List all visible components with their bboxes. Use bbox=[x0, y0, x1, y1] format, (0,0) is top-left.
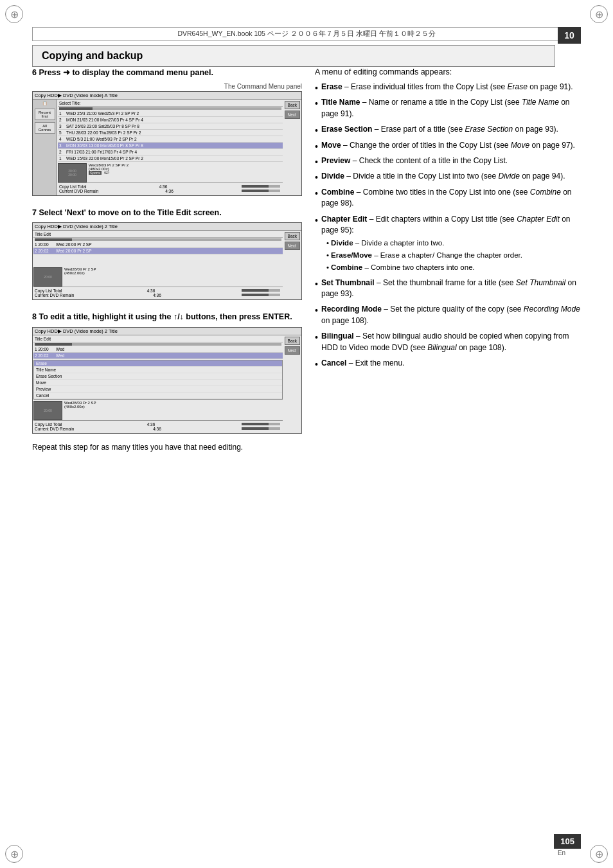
screen2-topbar: Copy HDD▶ DVD (Video mode) 2 Title bbox=[33, 223, 301, 231]
table-row: 2 20:02Wed 20:00 Pr 2 SP bbox=[33, 248, 283, 254]
sidebar-genres: All Genres bbox=[35, 122, 55, 134]
screen3-table: Title Edit 1 20:00Wed 2 20:02Wed Erase T… bbox=[33, 335, 283, 433]
table-row: 1 20:00Wed 20:00 Pr 2 SP bbox=[33, 242, 283, 248]
menu-item-erase[interactable]: Erase bbox=[34, 360, 282, 367]
preview-thumb-s3: 20:00 bbox=[33, 401, 62, 420]
page-lang: En bbox=[542, 849, 581, 856]
bullet-erase: Erase – Erase individual titles from the… bbox=[315, 82, 581, 93]
back-button-s1[interactable]: Back bbox=[285, 101, 300, 109]
back-button-s2[interactable]: Back bbox=[285, 232, 300, 240]
screen3-preview: 20:00 Wed28/03 Pr 2 SP (480x2.00z) bbox=[33, 401, 283, 420]
screen1-topbar: Copy HDD▶ DVD (Video mode) A Title bbox=[33, 92, 301, 100]
page-number: 105 bbox=[554, 834, 581, 849]
bullet-bilingual: Bilingual – Set how bilingual audio shou… bbox=[315, 331, 581, 353]
bullet-cancel: Cancel – Exit the menu. bbox=[315, 358, 581, 369]
next-button-s1[interactable]: Next bbox=[285, 111, 300, 119]
screen3-topbar: Copy HDD▶ DVD (Video mode) 2 Title bbox=[33, 328, 301, 335]
screen2-totals: Copy List Total 4:36 Current DVD Remain … bbox=[33, 287, 283, 299]
intro-text: A menu of editing commands appears: bbox=[315, 67, 581, 76]
right-column: A menu of editing commands appears: Eras… bbox=[315, 67, 581, 373]
menu-item-cancel[interactable]: Cancel bbox=[34, 393, 282, 399]
table-row: 4WED 5/3 21:00 Wed5/03 Pr 2 SP Pr 2 bbox=[58, 136, 283, 143]
bullet-preview: Preview – Check the content of a title i… bbox=[315, 155, 581, 166]
table-row: 3SAT 26/03 23:00 Sat26/03 Pr 8 SP Pr 8 bbox=[58, 123, 283, 130]
table-row: 1WED 15/03 22:00 Mon15/03 Pr 2 SP Pr 2 bbox=[58, 155, 283, 162]
screen1-preview: 20:0020:00 Wed28/03 Pr 2 SP Pr 2 (480x2.… bbox=[58, 163, 283, 182]
repeat-text: Repeat this step for as many titles you … bbox=[32, 443, 302, 452]
chapter-badge: 10 bbox=[558, 27, 581, 44]
table-row: 5THU 28/03 22:00 Thu28/03 Pr 2 SP Pr 2 bbox=[58, 130, 283, 136]
corner-mark-tr bbox=[590, 5, 608, 23]
chapter-edit-subbullets: Divide – Divide a chapter into two. Eras… bbox=[321, 238, 581, 272]
main-content: 6 Press ➜ to display the command menu pa… bbox=[32, 67, 581, 829]
table-row: 2 20:02Wed bbox=[33, 353, 283, 359]
table-row: 1WED 25/3 21:00 Wed25/3 Pr 2 SP Pr 2 bbox=[58, 111, 283, 117]
bullet-combine: Combine – Combine two titles in the Copy… bbox=[315, 187, 581, 209]
panel-label: The Command Menu panel bbox=[32, 83, 302, 90]
screen3-totals: Copy List Total 4:36 Current DVD Remain … bbox=[33, 420, 283, 432]
progress-bar1 bbox=[59, 107, 281, 110]
step6-header: 6 Press ➜ to display the command menu pa… bbox=[32, 67, 302, 79]
table-row: 2MON 21/03 21:00 Mon27/03 Pr 4 SP Pr 4 bbox=[58, 117, 283, 123]
screen1-totals: Copy List Total 4:36 Current DVD Remain … bbox=[58, 182, 283, 195]
screen1-buttons: Back Next bbox=[283, 100, 301, 195]
preview-thumb-s2: 20:00 bbox=[33, 267, 62, 287]
bullet-move: Move – Change the order of titles in the… bbox=[315, 140, 581, 151]
context-menu: Erase Title Name Erase Section Move Prev… bbox=[33, 360, 283, 400]
bullet-titlename: Title Name – Name or rename a title in t… bbox=[315, 97, 581, 120]
screen2-buttons: Back Next bbox=[283, 231, 301, 299]
sub-erasemove: Erase/Move – Erase a chapter/ Change the… bbox=[326, 250, 581, 260]
bullet-recordingmode: Recording Mode – Set the picture quality… bbox=[315, 304, 581, 326]
menu-item-erasesection[interactable]: Erase Section bbox=[34, 373, 282, 380]
left-column: 6 Press ➜ to display the command menu pa… bbox=[32, 67, 302, 463]
step7-header: 7 Select 'Next' to move on to the Title … bbox=[32, 208, 302, 219]
step6-section: 6 Press ➜ to display the command menu pa… bbox=[32, 67, 302, 196]
bullet-chapteredit: Chapter Edit – Edit chapters within a Co… bbox=[315, 214, 581, 273]
preview-thumb: 20:0020:00 bbox=[58, 163, 87, 182]
section-title: Copying and backup bbox=[42, 50, 143, 61]
screen1-panel: Copy HDD▶ DVD (Video mode) A Title 📋 Rec… bbox=[32, 91, 302, 196]
sidebar-recent: Recent first bbox=[35, 109, 55, 120]
screen1-table: Select Title: 1WED 25/3 21:00 Wed25/3 Pr… bbox=[57, 100, 283, 195]
screen3-panel: Copy HDD▶ DVD (Video mode) 2 Title Title… bbox=[32, 327, 302, 434]
bullet-erasesection: Erase Section – Erase part of a title (s… bbox=[315, 124, 581, 135]
table-row: 1 20:00Wed bbox=[33, 346, 283, 353]
table-row: 2FRI 17/03 21:00 Fri17/03 Pr 4 SP Pr 4 bbox=[58, 149, 283, 155]
screen2-preview: 20:00 Wed28/03 Pr 2 SP (480x2.00z) bbox=[33, 267, 283, 287]
step8-header: 8 To edit a title, highlight it using th… bbox=[32, 312, 302, 323]
sub-divide: Divide – Divide a chapter into two. bbox=[326, 238, 581, 248]
step8-section: 8 To edit a title, highlight it using th… bbox=[32, 312, 302, 452]
menu-item-titlename[interactable]: Title Name bbox=[34, 367, 282, 373]
menu-item-preview[interactable]: Preview bbox=[34, 386, 282, 393]
progress-bar3 bbox=[35, 343, 281, 346]
corner-mark-tl bbox=[5, 5, 23, 23]
back-button-s3[interactable]: Back bbox=[285, 337, 300, 345]
screen1-sidebar: 📋 Recent first All Genres bbox=[33, 100, 57, 195]
screen2-panel: Copy HDD▶ DVD (Video mode) 2 Title Title… bbox=[32, 222, 302, 300]
screen2-table: Title Edit 1 20:00Wed 20:00 Pr 2 SP 2 20… bbox=[33, 231, 283, 299]
corner-mark-bl bbox=[5, 845, 23, 863]
bullet-setthumbnail: Set Thumbnail – Set the thumbnail frame … bbox=[315, 278, 581, 300]
file-info-bar: DVR645H_WY_EN.book 105 ページ ２００６年７月５日 水曜日… bbox=[32, 27, 581, 41]
screen3-buttons: Back Next bbox=[283, 335, 301, 433]
next-button-s3[interactable]: Next bbox=[285, 346, 300, 355]
sub-combine: Combine – Combine two chapters into one. bbox=[326, 262, 581, 272]
bullet-divide: Divide – Divide a title in the Copy List… bbox=[315, 171, 581, 182]
progress-bar2 bbox=[35, 238, 281, 241]
menu-item-move[interactable]: Move bbox=[34, 380, 282, 386]
step7-section: 7 Select 'Next' to move on to the Title … bbox=[32, 208, 302, 301]
corner-mark-br bbox=[590, 845, 608, 863]
table-row: 3MON 30/03 13:00 Mon30/03 Pr 8 SP Pr 8 bbox=[58, 143, 283, 149]
next-button-s2[interactable]: Next bbox=[285, 242, 300, 250]
bullet-list: Erase – Erase individual titles from the… bbox=[315, 82, 581, 369]
